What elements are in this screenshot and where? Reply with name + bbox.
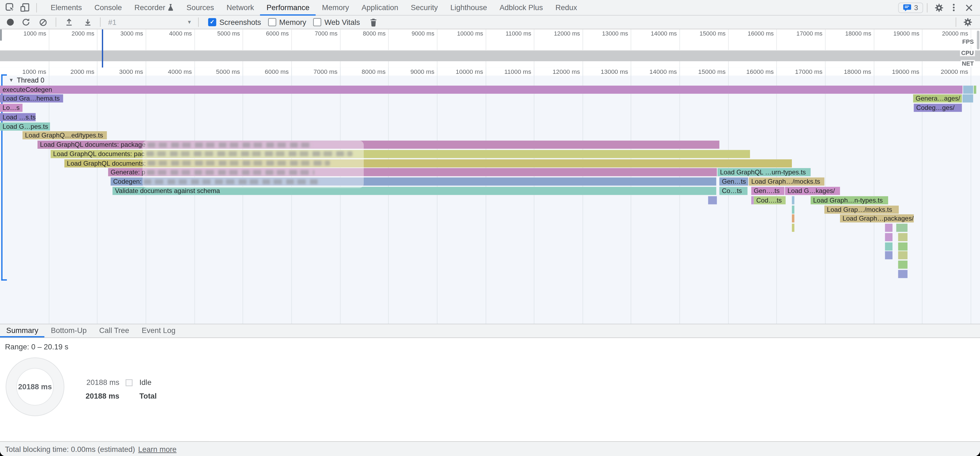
flame-bar-label: Load Graph…packages/ xyxy=(842,214,913,223)
flame-bar[interactable]: Cod….ts xyxy=(754,196,786,204)
recording-history-select[interactable]: #1 ▼ xyxy=(108,17,196,28)
tab-call-tree[interactable]: Call Tree xyxy=(93,324,135,337)
flame-bar[interactable]: Load G…pes.ts xyxy=(0,122,50,130)
flame-bar-label: Load GraphQL documents: pac xyxy=(53,150,145,158)
flame-bar[interactable] xyxy=(885,233,892,241)
legend-row: 20188 msTotal xyxy=(82,389,157,403)
flame-bar[interactable]: Load …s.ts xyxy=(0,113,35,121)
device-toolbar-icon[interactable] xyxy=(18,0,33,14)
flame-bar[interactable]: Load Graph…packages/ xyxy=(840,214,914,223)
flame-bar[interactable] xyxy=(896,224,908,232)
flame-bar[interactable] xyxy=(963,85,973,94)
flame-tick-label: 5000 ms xyxy=(196,68,240,76)
record-button[interactable] xyxy=(7,19,14,26)
tab-network[interactable]: Network xyxy=(220,0,260,15)
tab-summary[interactable]: Summary xyxy=(0,324,45,337)
flame-bar[interactable]: Co…ts xyxy=(719,187,748,195)
close-devtools-icon[interactable] xyxy=(961,0,976,14)
divider xyxy=(100,17,100,27)
flame-bar[interactable]: Load Gra…hema.ts xyxy=(0,95,63,103)
flame-bar[interactable] xyxy=(885,224,892,232)
tab-console[interactable]: Console xyxy=(88,0,128,15)
legend-value: 20188 ms xyxy=(82,392,119,400)
checkbox-unchecked-icon[interactable] xyxy=(313,18,321,26)
checkbox-checked-icon[interactable] xyxy=(208,18,216,26)
tab-sources[interactable]: Sources xyxy=(180,0,220,15)
flame-bar[interactable]: Load GraphQL documents: package xyxy=(37,141,719,149)
flame-bar[interactable]: Load G…kages/ xyxy=(785,187,840,195)
flame-bar[interactable]: Genera…ages/ xyxy=(913,95,962,103)
flame-bar[interactable] xyxy=(898,261,908,269)
clear-recording-icon[interactable] xyxy=(35,15,51,29)
tab-lighthouse[interactable]: Lighthouse xyxy=(444,0,493,15)
timeline-overview[interactable]: 1000 ms2000 ms3000 ms4000 ms5000 ms6000 … xyxy=(0,29,980,67)
thread-group-header[interactable]: ▼ Thread 0 xyxy=(9,76,44,84)
overview-tick-label: 6000 ms xyxy=(245,29,289,37)
capture-options: ScreenshotsMemoryWeb Vitals xyxy=(201,18,360,27)
checkbox-web-vitals[interactable]: Web Vitals xyxy=(313,18,360,27)
tab-event-log[interactable]: Event Log xyxy=(135,324,181,337)
flame-bar[interactable]: Load Graph…n-types.ts xyxy=(811,196,888,204)
gridline xyxy=(243,68,243,324)
flame-bar[interactable]: Load Graph…/mocks.ts xyxy=(749,178,824,186)
settings-gear-icon[interactable] xyxy=(931,0,947,14)
checkbox-screenshots[interactable]: Screenshots xyxy=(208,18,261,27)
status-footer: Total blocking time: 0.00ms (estimated) … xyxy=(0,441,980,456)
flame-bar[interactable]: executeCodegen xyxy=(0,85,963,94)
flame-bar[interactable]: Load Grap…/mocks.ts xyxy=(824,205,899,213)
flame-bar-label: Cod….ts xyxy=(756,196,782,204)
flame-bar[interactable] xyxy=(792,196,794,204)
flame-bar[interactable] xyxy=(885,251,892,260)
save-profile-icon[interactable] xyxy=(80,15,95,29)
flame-bar[interactable]: Codeg…ges/ xyxy=(914,103,962,112)
issues-counter-button[interactable]: 3 xyxy=(898,2,923,13)
flame-bar[interactable] xyxy=(898,251,908,260)
tab-memory[interactable]: Memory xyxy=(316,0,355,15)
gridline xyxy=(194,68,195,324)
overview-cpu-activity xyxy=(0,51,980,61)
flame-bar[interactable] xyxy=(963,95,973,103)
learn-more-link[interactable]: Learn more xyxy=(138,445,177,453)
flame-bar[interactable] xyxy=(708,196,717,204)
flame-bar[interactable] xyxy=(974,85,976,94)
flame-bar[interactable]: Gen….ts xyxy=(751,187,784,195)
overview-tick-label: 12000 ms xyxy=(536,29,580,37)
load-profile-icon[interactable] xyxy=(61,15,76,29)
flame-bar[interactable]: Gen…ts xyxy=(719,178,748,186)
vertical-scrollbar-thumb[interactable] xyxy=(977,31,980,49)
reload-and-record-icon[interactable] xyxy=(18,15,33,29)
flame-tick-label: 14000 ms xyxy=(633,68,677,76)
flame-bar[interactable]: Load GraphQL …urn-types.ts xyxy=(718,168,811,176)
tab-recorder[interactable]: Recorder xyxy=(128,0,180,15)
checkbox-memory[interactable]: Memory xyxy=(268,18,306,27)
inspect-element-icon[interactable] xyxy=(2,0,18,14)
tab-performance[interactable]: Performance xyxy=(260,0,316,15)
tab-security[interactable]: Security xyxy=(404,0,444,15)
flame-bar[interactable] xyxy=(898,242,908,250)
tab-adblock-plus[interactable]: Adblock Plus xyxy=(493,0,549,15)
flame-bar[interactable]: Lo…s xyxy=(0,103,22,112)
checkbox-unchecked-icon[interactable] xyxy=(268,18,276,26)
trash-icon[interactable] xyxy=(366,15,381,29)
flame-bar[interactable] xyxy=(792,214,794,223)
tab-bottom-up[interactable]: Bottom-Up xyxy=(45,324,93,337)
panel-tabs: ElementsConsoleRecorderSourcesNetworkPer… xyxy=(44,0,583,15)
flame-bar[interactable] xyxy=(898,270,908,278)
more-options-kebab-icon[interactable] xyxy=(947,0,961,14)
flame-bar[interactable] xyxy=(898,233,908,241)
flame-tick-label: 7000 ms xyxy=(294,68,337,76)
flame-chart[interactable]: 1000 ms2000 ms3000 ms4000 ms5000 ms6000 … xyxy=(0,68,980,324)
overview-tick-label: 19000 ms xyxy=(875,29,919,37)
flame-bar[interactable] xyxy=(751,196,754,204)
flame-bar[interactable] xyxy=(792,205,794,213)
tab-elements[interactable]: Elements xyxy=(44,0,88,15)
tab-redux[interactable]: Redux xyxy=(549,0,583,15)
flame-bar[interactable] xyxy=(885,242,892,250)
tab-label: Elements xyxy=(51,0,82,15)
capture-settings-gear-icon[interactable] xyxy=(960,15,975,29)
flame-bar[interactable]: Load GraphQ…ed/types.ts xyxy=(22,132,107,140)
flame-bar[interactable] xyxy=(792,224,794,232)
overview-left-resize-grip[interactable] xyxy=(0,29,2,40)
overview-tick-label: 13000 ms xyxy=(584,29,628,37)
tab-application[interactable]: Application xyxy=(355,0,404,15)
